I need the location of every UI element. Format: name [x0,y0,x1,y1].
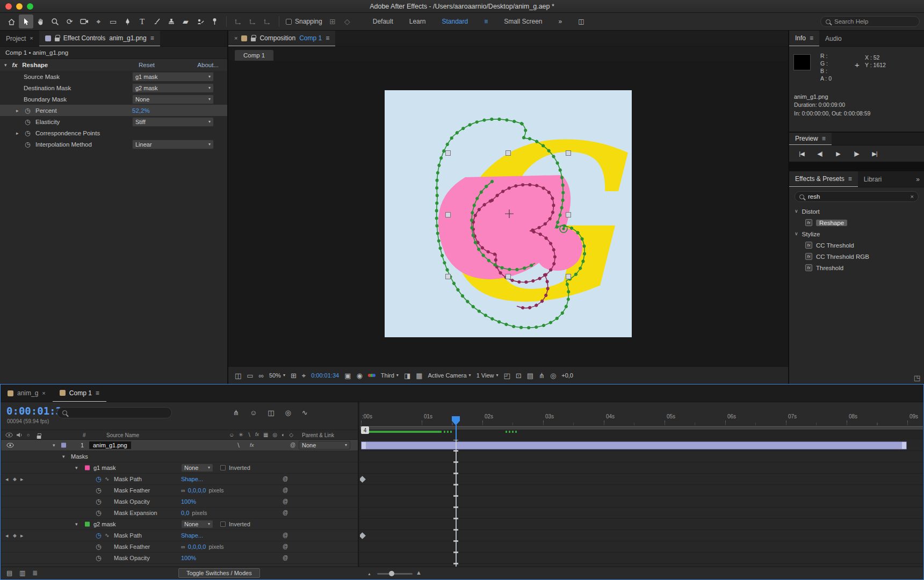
parent-link-dropdown[interactable]: None [299,441,350,450]
safe-margins-icon[interactable] [302,372,306,379]
snapping-toggle[interactable]: Snapping [286,18,322,25]
mask2-path-row[interactable]: Mask Path Shape... [1,530,358,541]
boundary-mask-dropdown[interactable]: None [132,95,214,104]
chevron-down-icon[interactable] [4,63,7,68]
workspace-default[interactable]: Default [373,18,393,25]
view-layout-icon[interactable] [235,372,241,379]
layer-duration-bar[interactable] [361,441,907,450]
mask1-path-row[interactable]: Mask Path Shape... [1,474,358,485]
exposure-icon[interactable] [550,372,556,379]
reset-link[interactable]: Reset [139,62,155,68]
work-area-bar[interactable] [360,426,923,430]
zoom-out-mountain-icon[interactable] [367,572,371,576]
expand-icon[interactable] [16,130,19,135]
effects-group-distort[interactable]: Distort [789,206,924,217]
pixel-aspect-icon[interactable] [503,372,510,379]
exposure-value[interactable]: +0,0 [561,372,573,379]
percent-value[interactable]: 52,2% [132,107,150,114]
help-search-field[interactable] [820,16,920,27]
zoom-slider-handle[interactable] [389,571,394,576]
mask-row-g1[interactable]: g1 mask None Inverted [1,462,358,474]
toggle-switches-modes-button[interactable]: Toggle Switches / Modes [178,568,260,578]
flowchart-icon[interactable] [539,372,545,379]
tab-comp1[interactable]: Comp 1 [53,385,106,402]
shape-tool[interactable] [106,15,120,28]
panel-menu-icon[interactable] [326,35,329,41]
effects-switch-icon[interactable] [250,443,254,448]
inverted-checkbox[interactable] [220,521,226,527]
view-axis-mode-button[interactable] [260,15,275,28]
pick-whip-icon[interactable] [283,533,288,538]
chevron-down-icon[interactable] [795,231,798,236]
timeline-zoom-slider[interactable] [377,573,413,575]
shy-toggle-button[interactable] [250,409,257,416]
panel-resize-icon[interactable] [914,374,920,381]
tab-composition[interactable]: Composition Comp 1 [228,31,335,46]
show-snapshot-icon[interactable] [356,372,362,379]
panel-menu-icon[interactable] [848,176,852,182]
chevron-down-icon[interactable] [795,209,798,214]
local-axis-mode-button[interactable] [231,15,246,28]
comp-marker[interactable]: 4 [361,426,369,434]
close-icon[interactable] [42,390,45,396]
home-button[interactable] [4,15,19,28]
close-icon[interactable] [30,35,33,41]
panel-menu-icon[interactable] [96,390,99,396]
pick-whip-icon[interactable] [283,488,288,493]
puppet-pin-tool[interactable] [207,15,222,28]
effect-item-cc-threshold-rgb[interactable]: CC Threshold RGB [789,251,924,262]
stopwatch-icon[interactable] [96,543,101,550]
snap-option-icon[interactable] [340,15,355,28]
parent-link-column[interactable]: Parent & Link [302,432,334,438]
effects-search-input[interactable] [808,193,907,200]
first-frame-button[interactable] [795,148,808,159]
panel-menu-icon[interactable] [150,35,154,41]
magnification-dropdown[interactable]: 50% [269,372,285,379]
frame-blend-toggle-button[interactable] [268,409,274,416]
fast-previews-icon[interactable] [516,372,522,379]
mask2-opacity-row[interactable]: Mask Opacity 100% [1,553,358,564]
layer-color-chip[interactable] [61,443,66,448]
resolution-dropdown[interactable]: Third [381,372,399,379]
type-tool[interactable]: T [135,15,149,28]
close-icon[interactable] [234,35,237,41]
minimize-window-button[interactable] [16,3,23,10]
pick-whip-icon[interactable] [290,443,295,448]
property-value[interactable]: 0,0 [181,510,189,516]
property-row-percent[interactable]: Percent 52,2% [0,105,227,116]
effect-item-reshape[interactable]: Reshape [789,217,924,228]
camera-tool[interactable] [77,15,91,28]
panel-overflow-icon[interactable] [912,176,924,183]
graph-icon[interactable] [105,476,109,482]
stopwatch-icon[interactable] [25,107,30,114]
chevron-down-icon[interactable] [75,522,78,527]
zoom-in-mountain-icon[interactable] [416,570,422,576]
composition-canvas[interactable]: G [385,90,632,337]
mask-row-g2[interactable]: g2 mask None Inverted [1,519,358,530]
composition-viewer[interactable]: G [228,61,788,366]
timeline-button-icon[interactable] [527,372,533,379]
tab-libraries[interactable]: Librari [858,171,887,187]
property-value[interactable]: 0,0,0,0 [188,543,206,550]
zoom-tool[interactable] [48,15,62,28]
show-channel-icon[interactable] [368,374,376,377]
pick-whip-icon[interactable] [283,499,288,504]
source-name-column[interactable]: Source Name [106,432,139,438]
destination-mask-dropdown[interactable]: g2 mask [132,83,214,93]
stopwatch-icon[interactable] [96,476,101,482]
property-value[interactable]: 100% [181,498,196,505]
graph-icon[interactable] [105,533,109,538]
mask2-feather-row[interactable]: Mask Feather 0,0,0,0 pixels [1,541,358,553]
viewer-tab-comp1[interactable]: Comp 1 [235,50,273,61]
effect-header[interactable]: Reshape Reset About... [0,59,227,71]
elasticity-dropdown[interactable]: Stiff [132,117,214,127]
effect-item-cc-threshold[interactable]: CC Threshold [789,240,924,251]
last-frame-button[interactable] [868,148,882,159]
tab-effect-controls[interactable]: Effect Controls anim_g1.png [39,31,160,46]
next-frame-button[interactable] [849,148,863,159]
property-value[interactable]: 0,0,0,0 [188,487,206,494]
hand-tool[interactable] [33,15,48,28]
clear-search-icon[interactable] [911,194,914,200]
clone-stamp-tool[interactable] [164,15,178,28]
motion-blur-toggle-button[interactable] [285,409,291,416]
